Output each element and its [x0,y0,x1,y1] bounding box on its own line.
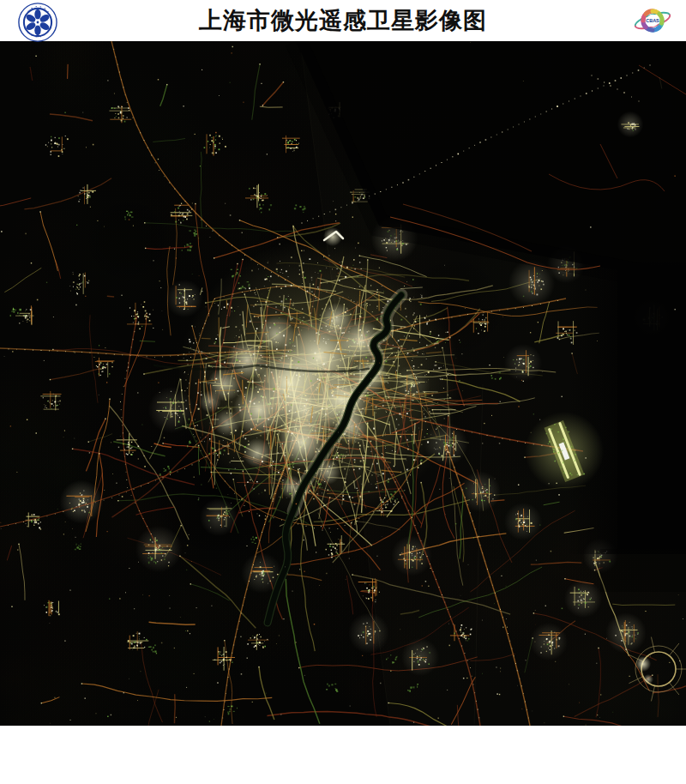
header: 上海市微光遥感卫星影像图 CBAS [0,0,686,41]
cbas-logo-header: CBAS [623,1,683,40]
page-title: 上海市微光遥感卫星影像图 [0,5,686,36]
institute-emblem-icon [18,3,57,42]
footer: 可持续发展科学卫星1号（SDGSAT-1）微光成像仪 过境时间：2021年11月… [0,726,686,784]
satellite-image-area [0,41,686,726]
poster: 上海市微光遥感卫星影像图 CBAS [0,0,686,784]
satellite-night-image [0,41,686,726]
cbas-label: CBAS [646,18,659,23]
